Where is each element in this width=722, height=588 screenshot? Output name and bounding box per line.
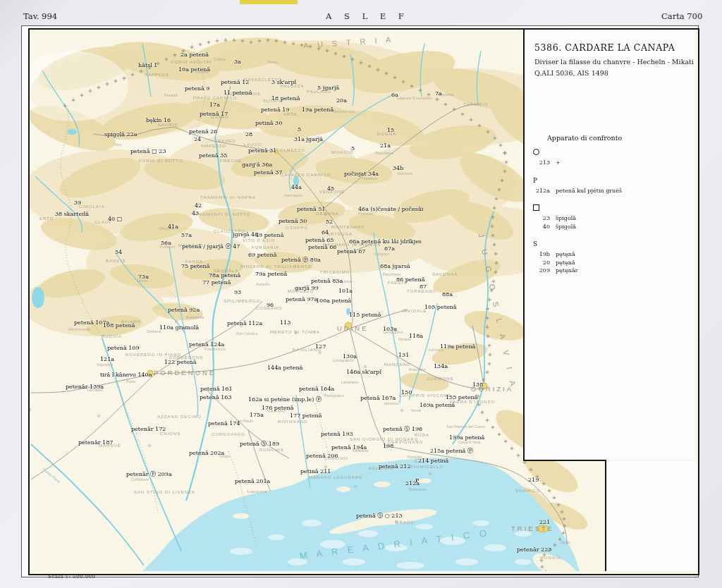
map-point: petenâr 187 <box>78 439 113 446</box>
map-point: petenâ □ 23 <box>130 148 166 154</box>
map-point: 214 petinâ <box>418 458 448 464</box>
apparato-group: S19bpętęnâ20pętęnâ209pętęnâr <box>533 240 692 275</box>
map-point: 31a ǰgarǰâ <box>294 136 323 142</box>
map-point: 49 petenâ <box>255 232 283 238</box>
map-point: petenâ 124a <box>189 341 224 348</box>
map-point: 198 <box>383 443 393 449</box>
map-point: 19a petenâ <box>302 106 334 113</box>
town-label: TRAMONTI DI SOTTO <box>195 212 250 216</box>
map-point: petenâ 112a <box>227 320 262 326</box>
entry-number: 23 <box>533 214 550 223</box>
town-label: TORREANO <box>407 289 436 293</box>
town-label: Lavariano <box>341 380 358 384</box>
town-label: Vico <box>114 142 122 147</box>
entry-form: + <box>556 159 561 167</box>
map-point: 5 <box>298 126 301 133</box>
map-point: petenâ Ⓢ 189 <box>240 440 279 448</box>
map-point: petenâ 193 <box>321 431 353 437</box>
map-point: petenâ 31 <box>248 147 276 154</box>
town-label: TARVISIO <box>463 102 488 106</box>
S-symbol: S <box>533 240 692 249</box>
town-label: CORMONS <box>427 376 453 381</box>
apparato-groups: 213+P212apetenâ kul pjétin gruéš23špigol… <box>533 149 692 275</box>
map-point: 43 <box>192 210 199 216</box>
town-label: Collina <box>214 57 226 61</box>
map-point: 3 sk'arpî <box>271 79 296 85</box>
panel-bottom-border <box>523 460 606 461</box>
town-label: ERTO <box>39 216 54 221</box>
town-label: Mezzomonte <box>68 327 91 331</box>
map-point: 103a <box>383 326 397 332</box>
town-label: Raccolana <box>375 151 393 155</box>
town-label: San Odorico <box>236 331 258 336</box>
map-point: petenâ 37 <box>254 169 282 176</box>
map-point: petenâ 163 <box>200 394 232 400</box>
town-label: PINZANO AL TAGLIAMENTO <box>240 264 312 269</box>
town-label: FORNI AVOLTRI <box>171 60 212 64</box>
town-label: PRATO CARNICO <box>193 96 237 100</box>
town-label: TRICESIMO <box>320 270 350 274</box>
town-label: Postoncicco <box>204 347 226 351</box>
map-point: garǰâ 99 <box>295 285 319 291</box>
map-point: petenâ 206 <box>306 453 338 459</box>
map-point: 3a <box>234 59 241 65</box>
entry-number: 209 <box>533 267 550 275</box>
map-point: 131 <box>398 352 409 358</box>
town-label: Oseacco <box>362 176 377 180</box>
town-label: Basaldella <box>186 315 204 319</box>
town-label: Zaule <box>561 540 570 544</box>
map-point: 144a petenâ <box>267 365 302 371</box>
map-point: 121a <box>100 356 114 362</box>
map-point: 86 petenâ <box>396 276 424 283</box>
map-point: 7a <box>435 90 442 97</box>
town-label: MUGGIA <box>540 556 561 560</box>
map-point: 122 petenâ <box>164 359 197 365</box>
town-label: CAVAZZO CARNICO <box>281 173 331 177</box>
map-reference: Q.ALI 5036, AIS 1498 <box>534 69 608 77</box>
town-label: TRIESTE <box>511 525 554 532</box>
town-label: FARRA D'ISONZO <box>450 400 495 404</box>
map-point: petinâ 211 <box>300 468 331 474</box>
apparato-entry: 40špigolâ <box>533 223 692 231</box>
map-point: petenâ 19 <box>261 106 289 113</box>
map-point: 93 <box>234 289 241 295</box>
map-point: 219 <box>528 477 539 483</box>
map-point: 42 <box>195 202 202 209</box>
map-point: petenâ 51 <box>297 206 325 212</box>
apparato-entry: 20pętęnâ <box>533 259 692 267</box>
map-point: 118a <box>409 333 423 339</box>
map-point: 66a petenâ ku lâi ǰdrîkjes <box>349 238 422 245</box>
map-point: 96 <box>267 302 274 308</box>
town-label: RIVIGNANO <box>278 419 308 424</box>
entry-form: petenâ kul pjétin gruéš <box>556 187 622 195</box>
apparato-entry: 213+ <box>533 159 692 167</box>
entry-number: 213 <box>533 159 550 167</box>
map-point: 138 <box>472 381 483 388</box>
map-point: petenâ 17 <box>200 111 228 117</box>
town-label: ARTEGNA <box>327 232 353 236</box>
map-point: 17a <box>209 102 220 108</box>
town-label: CORDOVADO <box>212 432 245 436</box>
map-point: 69 petenâ <box>248 252 276 258</box>
town-label: MOGGIO <box>331 150 353 154</box>
map-point: bękín 16 <box>146 117 171 123</box>
map-point: petenâ 65 <box>305 237 334 243</box>
town-label: RAVEO <box>218 139 236 143</box>
map-point: garg'â 36a <box>242 161 272 168</box>
map-point: petenâ 83a <box>311 278 343 284</box>
map-point: 6a <box>391 92 398 98</box>
map-point: 215a petenâ Ⓟ <box>430 447 473 455</box>
town-label: SAN STINO DI LIVENZA <box>134 490 195 494</box>
entry-number: 20 <box>533 259 550 267</box>
blank-corner <box>605 461 697 571</box>
town-label: MANZANO <box>384 362 410 367</box>
town-label: FORGARIA <box>252 245 279 250</box>
map-point: petenâ Ⓢ ○ 213 <box>356 512 403 520</box>
town-label: GEMONA <box>316 212 339 216</box>
map-point: 77 petenâ <box>202 279 231 286</box>
map-point: 130a <box>343 353 357 360</box>
town-label: TOLMEZZO <box>276 148 305 152</box>
map-point: 169a petenâ <box>420 402 455 408</box>
map-point: 24 <box>194 136 201 142</box>
entry-form: pętęnâr <box>556 267 578 275</box>
